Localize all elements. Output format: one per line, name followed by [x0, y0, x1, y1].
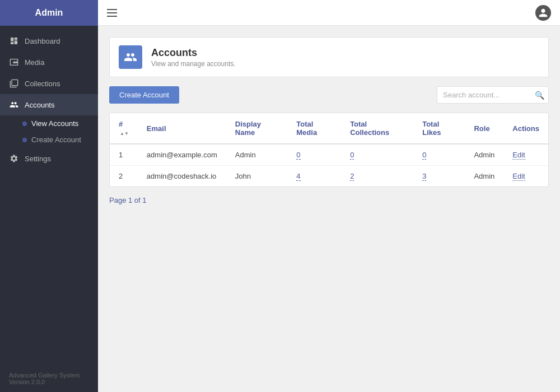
sidebar-accounts-subnav: View Accounts Create Account: [0, 115, 98, 148]
table-header-row: # ▲▼ Email Display Name Total Media: [110, 113, 548, 144]
col-total-likes-label: Total Likes: [422, 120, 441, 137]
hamburger-line: [107, 9, 117, 10]
app-container: Admin Dashboard Media Col: [0, 0, 560, 392]
sidebar-nav: Dashboard Media Collections: [0, 26, 98, 365]
content-area: Accounts View and manage accounts. Creat…: [98, 26, 560, 392]
page-header: Accounts View and manage accounts.: [109, 37, 549, 77]
sidebar-item-label: Settings: [25, 155, 51, 163]
table-body: 1 admin@example.com Admin 0 0 0 Admin Ed…: [110, 144, 548, 186]
sort-icon[interactable]: ▲▼: [120, 132, 129, 136]
cell-role: Admin: [465, 144, 503, 166]
collections-icon: [9, 78, 19, 88]
media-icon: [9, 57, 19, 67]
col-total-collections: Total Collections: [341, 113, 413, 144]
sidebar-item-label: Accounts: [25, 101, 54, 109]
sidebar-item-label: Dashboard: [25, 37, 60, 45]
col-num: # ▲▼: [110, 113, 138, 144]
topbar-right: [535, 5, 551, 21]
cell-actions: Edit: [503, 144, 548, 166]
edit-link[interactable]: Edit: [512, 172, 525, 181]
col-actions-label: Actions: [512, 124, 539, 133]
sidebar-item-collections[interactable]: Collections: [0, 73, 98, 94]
sidebar-item-create-account[interactable]: Create Account: [22, 132, 98, 148]
col-display-name: Display Name: [226, 113, 288, 144]
topbar-left: [107, 9, 117, 17]
likes-link[interactable]: 3: [422, 172, 426, 181]
page-title: Accounts: [151, 47, 236, 59]
page-subtitle: View and manage accounts.: [151, 60, 236, 68]
dashboard-icon: [9, 36, 19, 46]
cell-total-media: 4: [287, 166, 341, 187]
bullet-icon: [22, 122, 27, 126]
table-row: 1 admin@example.com Admin 0 0 0 Admin Ed…: [110, 144, 548, 166]
hamburger-line: [107, 16, 117, 17]
settings-icon: [9, 153, 19, 164]
main-content: Accounts View and manage accounts. Creat…: [98, 0, 560, 392]
sidebar-item-accounts[interactable]: Accounts: [0, 94, 98, 115]
sidebar-footer: Advanced Gallery System Version 2.0.0: [0, 365, 98, 392]
col-total-collections-label: Total Collections: [350, 120, 389, 137]
create-account-button[interactable]: Create Account: [109, 86, 179, 104]
cell-role: Admin: [465, 166, 503, 187]
col-actions: Actions: [503, 113, 548, 144]
pagination: Page 1 of 1: [109, 196, 549, 204]
cell-email: admin@codeshack.io: [138, 166, 226, 187]
sidebar-item-label: Media: [25, 58, 44, 67]
media-link[interactable]: 4: [296, 172, 300, 181]
bullet-icon: [22, 138, 27, 142]
cell-num: 1: [110, 144, 138, 166]
cell-total-media: 0: [287, 144, 341, 166]
sidebar-item-view-accounts[interactable]: View Accounts: [22, 115, 98, 132]
cell-total-collections: 0: [341, 144, 413, 166]
hamburger-button[interactable]: [107, 9, 117, 17]
col-role-label: Role: [474, 124, 489, 133]
cell-total-collections: 2: [341, 166, 413, 187]
page-header-text: Accounts View and manage accounts.: [151, 47, 236, 68]
cell-display-name: Admin: [226, 144, 288, 166]
collections-link[interactable]: 0: [350, 151, 354, 160]
col-num-label: #: [119, 120, 123, 128]
sidebar-item-label: Collections: [25, 80, 60, 88]
cell-num: 2: [110, 166, 138, 187]
col-email-label: Email: [147, 124, 166, 133]
hamburger-line: [107, 12, 117, 13]
cell-actions: Edit: [503, 166, 548, 187]
cell-total-likes: 3: [413, 166, 465, 187]
topbar: [98, 0, 560, 26]
likes-link[interactable]: 0: [422, 151, 426, 160]
footer-line2: Version 2.0.0: [9, 379, 89, 385]
search-box: 🔍: [437, 86, 549, 104]
sidebar: Admin Dashboard Media Col: [0, 0, 98, 392]
sidebar-subitem-label: Create Account: [31, 136, 81, 144]
sidebar-item-media[interactable]: Media: [0, 52, 98, 73]
toolbar: Create Account 🔍: [109, 86, 549, 104]
col-display-name-label: Display Name: [235, 120, 261, 137]
table-row: 2 admin@codeshack.io John 4 2 3 Admin Ed…: [110, 166, 548, 187]
search-input[interactable]: [437, 86, 549, 104]
page-header-icon: [119, 45, 142, 69]
col-role: Role: [465, 113, 503, 144]
col-total-media-label: Total Media: [296, 120, 317, 137]
sidebar-header: Admin: [0, 0, 98, 26]
cell-total-likes: 0: [413, 144, 465, 166]
media-link[interactable]: 0: [296, 151, 300, 160]
sidebar-item-dashboard[interactable]: Dashboard: [0, 30, 98, 52]
col-total-likes: Total Likes: [413, 113, 465, 144]
accounts-icon: [9, 100, 19, 110]
sidebar-subitem-label: View Accounts: [31, 119, 78, 128]
accounts-table: # ▲▼ Email Display Name Total Media: [109, 113, 549, 187]
search-icon: 🔍: [535, 91, 544, 100]
col-email: Email: [138, 113, 226, 144]
cell-email: admin@example.com: [138, 144, 226, 166]
collections-link[interactable]: 2: [350, 172, 354, 181]
user-icon[interactable]: [535, 5, 551, 21]
cell-display-name: John: [226, 166, 288, 187]
footer-line1: Advanced Gallery System: [9, 372, 89, 379]
edit-link[interactable]: Edit: [512, 151, 525, 160]
pagination-label: Page 1 of 1: [109, 196, 147, 204]
sidebar-item-settings[interactable]: Settings: [0, 148, 98, 169]
col-total-media: Total Media: [287, 113, 341, 144]
